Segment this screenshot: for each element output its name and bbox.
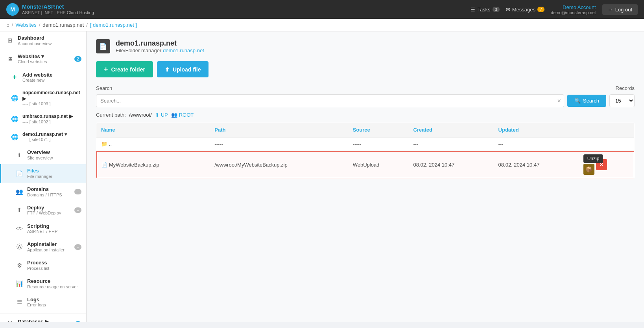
table-header: Name Path Source Created Updated bbox=[96, 123, 635, 137]
unzip-icon: 📦 bbox=[585, 166, 592, 172]
add-icon: + bbox=[11, 73, 18, 81]
resource-icon: 📊 bbox=[15, 280, 23, 287]
sidebar-label-main: Resource bbox=[27, 278, 81, 284]
records-label: Records bbox=[616, 85, 635, 91]
appinstaller-badge: − bbox=[74, 244, 81, 250]
messages-label: Messages bbox=[512, 7, 535, 13]
row-name: 📁 .. bbox=[96, 137, 210, 151]
sidebar-label-main: Websites ▾ bbox=[18, 53, 70, 60]
sidebar-item-websites[interactable]: 🖥 Websites ▾ Cloud websites 2 bbox=[0, 50, 86, 68]
sidebar-item-databases[interactable]: 🗄 Databases ▶ Cloud databases 3 bbox=[0, 315, 86, 322]
page-header: 📄 demo1.runasp.net File/Folder manager d… bbox=[96, 39, 635, 53]
sidebar-label-sub: ASP.NET / PHP bbox=[27, 229, 81, 234]
sidebar-item-umbraco[interactable]: 🌐 umbraco.runasp.net ▶ ---- [ site1092 ] bbox=[0, 110, 86, 128]
sidebar-divider bbox=[0, 313, 86, 313]
col-updated: Updated bbox=[494, 123, 579, 137]
sidebar-label-sub: Error logs bbox=[27, 302, 81, 308]
sidebar-label-sub: Site overview bbox=[27, 156, 81, 161]
records-select[interactable]: 15 25 50 100 bbox=[609, 94, 635, 107]
root-icon: 👥 bbox=[171, 112, 177, 118]
page-title: demo1.runasp.net bbox=[116, 39, 204, 48]
page-subtitle: File/Folder manager demo1.runasp.net bbox=[116, 48, 204, 53]
unzip-tooltip: Unzip bbox=[583, 154, 603, 163]
breadcrumb-websites[interactable]: Websites bbox=[15, 22, 36, 28]
sidebar-label-main: Dashboard bbox=[18, 35, 81, 41]
col-created: Created bbox=[408, 123, 493, 137]
sidebar-item-nopcommerce[interactable]: 🌐 nopcommerce.runasp.net ▶ ---- [ site10… bbox=[0, 86, 86, 110]
tasks-icon: ☰ bbox=[471, 7, 475, 13]
sidebar-label-sub: ---- [ site1071 ] bbox=[22, 137, 81, 142]
tasks-badge: 0 bbox=[493, 7, 500, 12]
sidebar-item-files[interactable]: 📄 Files File manager bbox=[0, 164, 86, 183]
row-updated: 08.02. 2024 10:47 bbox=[494, 151, 579, 179]
up-button[interactable]: ⬆ UP bbox=[155, 112, 168, 118]
databases-badge: 3 bbox=[74, 321, 81, 322]
col-name: Name bbox=[96, 123, 210, 137]
tooltip-wrapper: Unzip 📦 bbox=[583, 154, 594, 175]
table-row: 📄 MyWebsiteBackup.zip /wwwroot/MyWebsite… bbox=[96, 151, 635, 179]
sidebar-item-overview[interactable]: ℹ Overview Site overview bbox=[0, 146, 86, 164]
search-button[interactable]: 🔍 Search bbox=[567, 95, 606, 107]
sidebar-label-main: Domains bbox=[27, 186, 70, 192]
files-icon: 📄 bbox=[15, 170, 23, 177]
sidebar-label-main: demo1.runasp.net ▾ bbox=[22, 132, 81, 137]
sidebar-label-main: Files bbox=[27, 168, 81, 174]
deploy-badge: − bbox=[74, 207, 81, 213]
sidebar-item-appinstaller[interactable]: Ⓦ AppInstaller Application installer − bbox=[0, 238, 86, 256]
table-body: 📁 .. ----- ----- --- --- 📄 MyW bbox=[96, 137, 635, 179]
sidebar-item-resource[interactable]: 📊 Resource Resource usage on server bbox=[0, 275, 86, 293]
sidebar-item-logs[interactable]: ☰ Logs Error logs bbox=[0, 293, 86, 312]
row-created: 08.02. 2024 10:47 bbox=[408, 151, 493, 179]
create-folder-button[interactable]: + Create folder bbox=[96, 61, 153, 77]
info-icon: ℹ bbox=[15, 152, 23, 159]
sidebar-label-sub: Application installer bbox=[27, 247, 70, 253]
breadcrumb-site: demo1.runasp.net bbox=[42, 22, 84, 28]
sidebar-item-dashboard[interactable]: ⊞ Dashboard Account overview bbox=[0, 31, 86, 50]
sidebar-item-demo1[interactable]: 🌐 demo1.runasp.net ▾ ---- [ site1071 ] bbox=[0, 128, 86, 146]
nav-left: M MonsterASP.net ASP.NET | .NET | PHP Cl… bbox=[6, 3, 94, 16]
breadcrumb: ⌂ / Websites / demo1.runasp.net / [ demo… bbox=[0, 19, 644, 31]
globe-icon: 🌐 bbox=[11, 134, 18, 141]
search-clear-icon[interactable]: × bbox=[557, 97, 561, 104]
sidebar-item-deploy[interactable]: ⬆ Deploy FTP / WebDeploy − bbox=[0, 201, 86, 220]
tasks-label: Tasks bbox=[477, 7, 490, 13]
search-input[interactable] bbox=[96, 94, 564, 107]
page-subtitle-link[interactable]: demo1.runasp.net bbox=[163, 48, 204, 53]
current-path: /wwwroot/ bbox=[129, 112, 152, 118]
records-section: Records bbox=[616, 85, 635, 91]
databases-icon: 🗄 bbox=[6, 321, 14, 322]
logout-button[interactable]: → Log out bbox=[602, 4, 638, 15]
messages-item[interactable]: ✉ Messages 7 bbox=[506, 7, 544, 13]
websites-badge: 2 bbox=[74, 56, 81, 62]
scripting-icon: </> bbox=[15, 226, 23, 231]
main-layout: ⊞ Dashboard Account overview 🖥 Websites … bbox=[0, 31, 644, 322]
sidebar-label-main: Deploy bbox=[27, 205, 70, 211]
tasks-item[interactable]: ☰ Tasks 0 bbox=[471, 7, 499, 13]
sidebar-label-sub: Create new bbox=[22, 78, 81, 83]
root-button[interactable]: 👥 ROOT bbox=[171, 112, 194, 118]
sidebar-label-sub: Resource usage on server bbox=[27, 284, 81, 290]
sidebar-label-main: Logs bbox=[27, 297, 81, 303]
page-icon: 📄 bbox=[96, 39, 110, 53]
col-path: Path bbox=[210, 123, 348, 137]
sidebar-label-main: nopcommerce.runasp.net ▶ bbox=[22, 90, 81, 101]
home-icon[interactable]: ⌂ bbox=[6, 22, 9, 28]
row-actions: Unzip 📦 ✕ bbox=[579, 151, 635, 179]
breadcrumb-site-link[interactable]: [ demo1.runasp.net ] bbox=[90, 22, 137, 28]
sidebar-item-process[interactable]: ⚙ Process Process list bbox=[0, 256, 86, 275]
sidebar-item-scripting[interactable]: </> Scripting ASP.NET / PHP bbox=[0, 220, 86, 238]
sidebar-item-add-website[interactable]: + Add website Create new bbox=[0, 68, 86, 87]
path-bar: Current path: /wwwroot/ ⬆ UP 👥 ROOT bbox=[96, 112, 635, 118]
sidebar-label-main: Add website bbox=[22, 72, 81, 78]
plus-icon: + bbox=[104, 65, 108, 73]
sidebar-label-sub: FTP / WebDeploy bbox=[27, 211, 70, 216]
websites-icon: 🖥 bbox=[6, 56, 14, 62]
upload-file-button[interactable]: ⬆ Upload file bbox=[157, 61, 209, 77]
row-created: --- bbox=[408, 137, 493, 151]
row-path: ----- bbox=[210, 137, 348, 151]
sidebar-item-domains[interactable]: 👥 Domains Domains / HTTPS − bbox=[0, 183, 86, 201]
unzip-button[interactable]: 📦 bbox=[583, 164, 594, 175]
search-section: Search Records × 🔍 Search 15 25 50 bbox=[96, 85, 635, 107]
row-updated: --- bbox=[494, 137, 579, 151]
search-row: × 🔍 Search 15 25 50 100 bbox=[96, 94, 635, 107]
